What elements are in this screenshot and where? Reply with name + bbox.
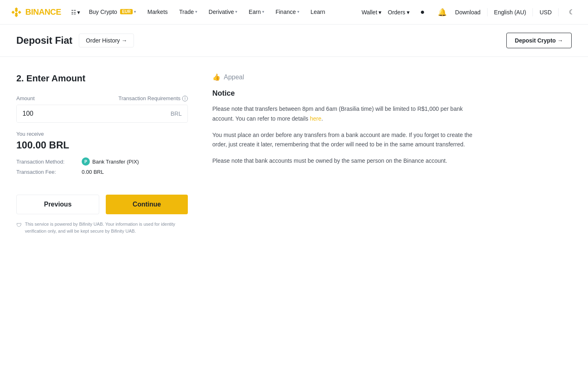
tx-requirements-label: Transaction Requirements i: [118, 95, 188, 101]
nav-buy-crypto[interactable]: Buy Crypto EUR ▾: [83, 0, 142, 25]
nav-derivative[interactable]: Derivative ▾: [203, 0, 243, 25]
notice-title: Notice: [212, 89, 474, 98]
info-icon[interactable]: i: [182, 96, 188, 101]
notice-paragraph-2: You must place an order before any trans…: [212, 130, 474, 150]
notice-link[interactable]: here: [310, 115, 321, 122]
pix-icon: P: [82, 157, 90, 166]
navbar: BINANCE ☷ ▾ Buy Crypto EUR ▾ Markets Tra…: [0, 0, 588, 25]
deposit-crypto-button[interactable]: Deposit Crypto →: [506, 33, 572, 48]
nav-earn[interactable]: Earn ▾: [243, 0, 270, 25]
nav-download[interactable]: Download: [455, 9, 481, 16]
chevron-down-icon: ▾: [235, 9, 237, 14]
powered-by: 🛡 This service is powered by Bifinity UA…: [16, 221, 188, 234]
tx-method-label: Transaction Method:: [16, 159, 82, 165]
nav-finance[interactable]: Finance ▾: [270, 0, 305, 25]
order-history-button[interactable]: Order History →: [79, 34, 134, 47]
amount-input-wrapper: BRL: [16, 105, 188, 123]
amount-form-row: Amount Transaction Requirements i BRL: [16, 95, 188, 123]
left-panel: 2. Enter Amount Amount Transaction Requi…: [16, 73, 188, 234]
grid-icon[interactable]: ☷ ▾: [68, 7, 83, 17]
logo-text: BINANCE: [25, 7, 61, 17]
chevron-down-icon: ▾: [195, 9, 197, 14]
logo[interactable]: BINANCE: [10, 6, 61, 19]
page-title: Deposit Fiat: [16, 35, 72, 46]
tx-fee-row: Transaction Fee: 0.00 BRL: [16, 169, 188, 175]
profile-icon[interactable]: ●: [416, 6, 429, 19]
right-panel: 👍 Appeal Notice Please note that transfe…: [212, 73, 474, 234]
shield-icon: 🛡: [16, 221, 22, 229]
chevron-down-icon: ▾: [134, 9, 136, 14]
navbar-right: Wallet ▾ Orders ▾ ● 🔔 Download English (…: [361, 6, 578, 19]
notice-paragraph-1: Please note that transfers between 8pm a…: [212, 104, 474, 124]
tx-method-row: Transaction Method: P Bank Transfer (PIX…: [16, 157, 188, 166]
chevron-down-icon: ▾: [379, 9, 381, 16]
form-labels: Amount Transaction Requirements i: [16, 95, 188, 101]
notification-icon[interactable]: 🔔: [436, 6, 449, 19]
you-receive-label: You receive: [16, 131, 188, 137]
chevron-down-icon: ▾: [262, 9, 264, 14]
nav-links: Buy Crypto EUR ▾ Markets Trade ▾ Derivat…: [83, 0, 331, 25]
divider: [532, 8, 533, 16]
thumbs-up-icon: 👍: [212, 73, 220, 81]
page-header: Deposit Fiat Order History → Deposit Cry…: [0, 25, 588, 57]
tx-method-value: P Bank Transfer (PIX): [82, 157, 139, 166]
chevron-down-icon: ▾: [407, 9, 410, 16]
chevron-down-icon: ▾: [297, 9, 299, 14]
page-header-left: Deposit Fiat Order History →: [16, 34, 134, 47]
divider: [558, 8, 559, 16]
nav-locale[interactable]: English (AU): [494, 9, 526, 16]
appeal-section: 👍 Appeal: [212, 73, 474, 81]
previous-button[interactable]: Previous: [16, 195, 99, 214]
appeal-label: Appeal: [224, 74, 244, 81]
amount-label: Amount: [16, 95, 35, 101]
receive-amount: 100.00 BRL: [16, 139, 188, 151]
button-row: Previous Continue: [16, 195, 188, 214]
divider: [487, 8, 488, 16]
svg-marker-2: [18, 11, 21, 14]
amount-input[interactable]: [17, 105, 165, 122]
nav-orders[interactable]: Orders ▾: [388, 9, 410, 16]
nav-learn[interactable]: Learn: [305, 0, 331, 25]
nav-trade[interactable]: Trade ▾: [174, 0, 203, 25]
theme-toggle[interactable]: ☾: [565, 6, 578, 19]
nav-currency[interactable]: USD: [539, 9, 552, 16]
tx-fee-label: Transaction Fee:: [16, 169, 82, 175]
nav-markets[interactable]: Markets: [142, 0, 174, 25]
notice-body: Please note that transfers between 8pm a…: [212, 104, 474, 166]
nav-wallet[interactable]: Wallet ▾: [361, 9, 381, 16]
tx-details: Transaction Method: P Bank Transfer (PIX…: [16, 157, 188, 175]
notice-paragraph-3: Please note that bank accounts must be o…: [212, 156, 474, 166]
svg-marker-1: [11, 11, 15, 14]
step-title: 2. Enter Amount: [16, 73, 188, 84]
continue-button[interactable]: Continue: [106, 195, 188, 214]
tx-fee-value: 0.00 BRL: [82, 169, 104, 175]
currency-label: BRL: [165, 105, 187, 122]
main-content: 2. Enter Amount Amount Transaction Requi…: [0, 57, 490, 251]
